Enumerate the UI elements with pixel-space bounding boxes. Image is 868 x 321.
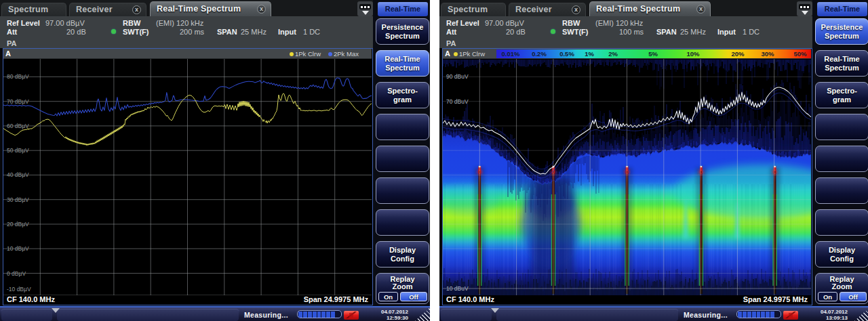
svg-text:90 dBuV: 90 dBuV bbox=[446, 73, 469, 80]
svg-text:20 dBµV: 20 dBµV bbox=[7, 221, 29, 228]
svg-text:50 dBµV: 50 dBµV bbox=[7, 147, 29, 154]
svg-text:10 dBµV: 10 dBµV bbox=[7, 245, 29, 252]
svg-text:60 dBµV: 60 dBµV bbox=[7, 123, 29, 129]
svg-text:30 dBµV: 30 dBµV bbox=[7, 196, 29, 203]
svg-text:0 dBµV: 0 dBµV bbox=[7, 270, 26, 277]
svg-text:-10 dBµV: -10 dBµV bbox=[7, 286, 31, 293]
svg-text:70 dBµV: 70 dBµV bbox=[7, 98, 29, 105]
svg-text:40 dBµV: 40 dBµV bbox=[7, 171, 29, 178]
svg-text:80 dBµV: 80 dBµV bbox=[7, 73, 29, 80]
svg-text:10 dBuV: 10 dBuV bbox=[446, 285, 469, 292]
svg-text:70 dBuV: 70 dBuV bbox=[446, 98, 469, 105]
